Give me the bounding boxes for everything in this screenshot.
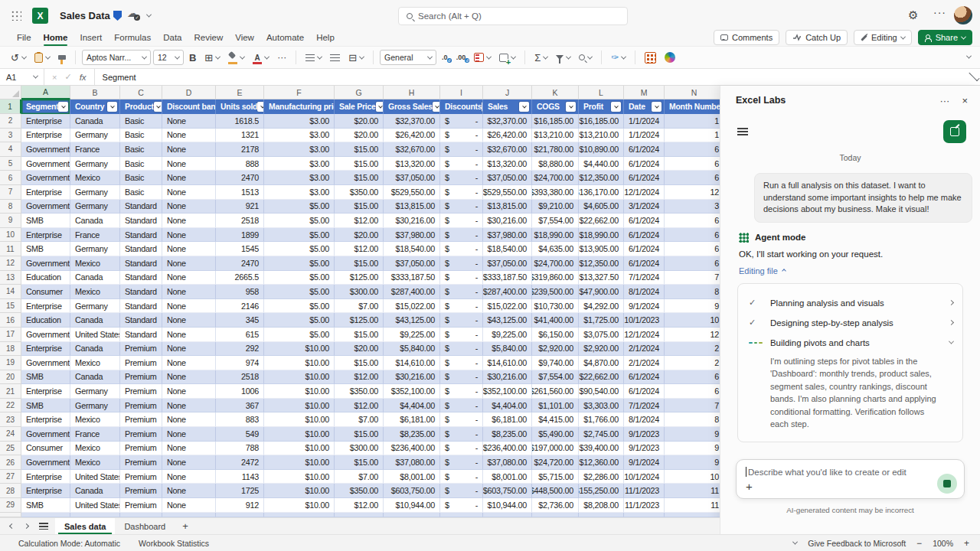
cell[interactable]: None [162,114,216,129]
cell[interactable]: $- [440,185,483,200]
cell[interactable]: $261,560.00 [532,384,579,399]
cell[interactable]: 1006 [216,384,264,399]
cell[interactable]: 2470 [216,171,264,185]
cell[interactable]: $9,210.00 [532,200,579,214]
cell[interactable]: Enterprise [21,470,70,484]
cell[interactable]: Government [21,356,70,370]
cell[interactable]: 10/1/2024 [624,470,665,484]
cell[interactable]: None [162,256,216,271]
cell[interactable]: $24,720.00 [532,455,579,470]
cell[interactable]: None [162,427,216,442]
cell[interactable]: Canada [70,313,120,328]
cell[interactable]: 12 [665,185,720,200]
document-title[interactable]: Sales Data [60,10,110,21]
status-chevron-icon[interactable] [792,540,798,545]
cell[interactable]: $1,725.00 [579,313,624,328]
copilot-button[interactable] [662,49,678,66]
cell[interactable]: None [162,242,216,256]
cell[interactable] [384,513,440,517]
row-number-8[interactable]: 8 [0,200,21,214]
cell[interactable]: $- [440,114,483,129]
cell[interactable]: 2472 [216,455,264,470]
filter-button[interactable] [566,102,576,112]
cell[interactable]: Germany [70,200,120,214]
cell[interactable]: $12,350.00 [579,256,624,271]
agent-step-1[interactable]: ✓Planning analysis and visuals [749,293,953,313]
cell[interactable]: $2,736.00 [532,498,579,513]
cell[interactable]: $20.00 [335,129,384,143]
row-number-3[interactable]: 3 [0,129,21,143]
cell[interactable]: $333,187.50 [483,271,532,285]
cell[interactable]: $- [440,455,483,470]
cell[interactable]: $- [440,442,483,456]
insert-cells-button[interactable] [496,49,518,66]
cell[interactable]: Premium [120,442,162,456]
cell[interactable]: $350.00 [335,484,384,498]
row-number-25[interactable]: 25 [0,442,21,456]
cell[interactable]: 6/1/2024 [624,242,665,256]
cell[interactable]: $287,400.00 [384,285,440,299]
cell[interactable]: Enterprise [21,299,70,314]
cell[interactable]: 2 [665,342,720,357]
cell[interactable]: $15.00 [335,427,384,442]
cell[interactable]: 549 [216,427,264,442]
cell[interactable]: $- [440,342,483,357]
cell[interactable]: $300.00 [335,285,384,299]
cell[interactable]: $- [440,256,483,271]
cell[interactable]: 6 [665,384,720,399]
cell[interactable]: $155,250.00 [579,484,624,498]
header-cell-manufacturing-price[interactable]: Manufacturing price [264,99,335,114]
cell[interactable]: 6 [665,228,720,243]
number-format-select[interactable]: General [380,50,436,65]
cell[interactable]: 1/1/2024 [624,129,665,143]
cell[interactable]: $10.00 [264,384,335,399]
cell[interactable]: $15,022.00 [384,299,440,314]
cell[interactable]: $7,554.00 [532,370,579,385]
header-cell-country[interactable]: Country [70,99,120,114]
cell[interactable]: $8,235.00 [384,427,440,442]
cell[interactable]: $22,662.00 [579,214,624,228]
cell[interactable]: Premium [120,484,162,498]
cell[interactable]: $10.00 [264,342,335,357]
row-number-29[interactable]: 29 [0,498,21,513]
cell[interactable]: $- [440,157,483,171]
add-sheet-button[interactable]: + [178,520,193,532]
cell[interactable]: Education [21,313,70,328]
menu-tab-automate[interactable]: Automate [260,31,310,44]
cell[interactable]: $5.00 [264,328,335,342]
cell[interactable]: $41,400.00 [532,313,579,328]
align-button[interactable] [302,49,325,66]
comments-button[interactable]: Comments [714,30,779,45]
cell[interactable]: Government [21,200,70,214]
sheet-tab-sales-data[interactable]: Sales data [55,518,115,534]
cell[interactable]: $5.00 [264,299,335,314]
excel-logo[interactable]: X [32,8,48,24]
cell[interactable]: None [162,171,216,185]
pane-close-icon[interactable]: × [962,95,968,106]
cell[interactable]: $30,216.00 [384,214,440,228]
sensitivity-shield-icon[interactable] [113,11,122,21]
cell[interactable] [120,513,162,517]
pane-menu-icon[interactable] [737,128,748,135]
cell[interactable]: 10 [665,470,720,484]
search-input[interactable]: Search (Alt + Q) [398,7,628,25]
title-chevron-icon[interactable] [146,12,152,18]
cell[interactable]: $125.00 [335,271,384,285]
filter-button[interactable] [376,102,384,112]
cell[interactable]: Basic [120,142,162,157]
cell[interactable]: $15.00 [335,142,384,157]
conditional-formatting-button[interactable] [471,49,494,66]
cell[interactable]: Enterprise [21,228,70,243]
chat-input[interactable]: Describe what you'd like to create or ed… [736,459,965,499]
cell[interactable]: $12.00 [335,399,384,413]
cancel-entry-icon[interactable]: × [52,73,57,82]
cell[interactable]: $37,050.00 [483,256,532,271]
cell[interactable]: $20.00 [335,114,384,129]
cell[interactable]: $37,980.00 [384,228,440,243]
cell[interactable]: $4,605.00 [579,200,624,214]
cell[interactable]: $- [440,484,483,498]
cell[interactable]: SMB [21,399,70,413]
row-number-21[interactable]: 21 [0,384,21,399]
cell[interactable]: $13,320.00 [483,157,532,171]
cell[interactable]: $14,610.00 [483,356,532,370]
